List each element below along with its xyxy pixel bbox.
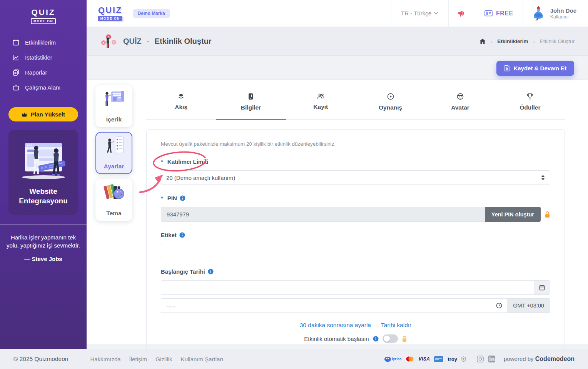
breadcrumb-item-current: Etkinlik Oluştur	[540, 38, 575, 44]
date-input[interactable]	[161, 280, 534, 295]
tab-label: Ödüller	[520, 104, 540, 111]
tab-label: Kayıt	[313, 103, 328, 110]
instagram-icon[interactable]	[477, 356, 484, 362]
pin-input: 9347979	[161, 207, 485, 222]
topbar-right: TR - Türkçe FREE	[391, 0, 588, 27]
troy-logo: troy	[448, 356, 457, 362]
megaphone-icon	[458, 10, 466, 17]
tema-illustration-wrap	[96, 180, 132, 206]
section-cards: İçerik	[95, 85, 132, 344]
time-input[interactable]: --:--	[161, 298, 507, 313]
pin-label: * PIN	[161, 195, 185, 201]
eco-badge-icon	[461, 356, 466, 362]
quiz-abc-illustration: A B C	[100, 33, 118, 49]
language-label: TR - Türkçe	[401, 10, 431, 17]
home-icon[interactable]	[479, 38, 486, 44]
topbar-logo-text: QUIZ	[98, 5, 122, 15]
auto-start-row: Etkinlik otomatik başlasın	[161, 334, 550, 343]
copyright: © 2025 Quizmodeon	[13, 356, 68, 362]
section-card-icerik[interactable]: İçerik	[95, 85, 132, 127]
settings-panel: İçerik	[87, 80, 588, 344]
quote-text: Harika işler yapmanın tek yolu, yaptığın…	[5, 234, 81, 249]
limit-note: Mevcut üyelik paketinizle maksimum 20 ki…	[161, 141, 550, 147]
sidebar-item-label: Etkinliklerim	[25, 39, 56, 46]
timezone-label: GMT +03:00	[507, 298, 550, 313]
website-integration-card[interactable]: Website Entegrasyonu	[8, 130, 78, 215]
footer-link-hakkimizda[interactable]: Hakkımızda	[90, 356, 120, 362]
user-menu[interactable]: John Doe Kullanıcı	[523, 0, 588, 27]
pin-lock-wrap	[545, 211, 550, 218]
generate-pin-button[interactable]: Yeni PIN oluştur	[485, 207, 541, 222]
crown-icon	[22, 112, 27, 117]
report-icon	[13, 69, 19, 76]
sidebar-item-calisma-alani[interactable]: Çalışma Alanı	[0, 80, 87, 95]
plan-badge[interactable]: FREE	[475, 0, 523, 27]
tab-oduller[interactable]: Ödüller	[495, 85, 565, 119]
tab-oynanis[interactable]: Oynanış	[356, 85, 425, 119]
social-icons	[477, 356, 495, 362]
footer-link-kullanim-sartlari[interactable]: Kullanım Şartları	[181, 356, 224, 362]
info-icon[interactable]	[208, 269, 214, 274]
page-title-group: A B C QUİZ - Etkinlik Oluştur	[100, 33, 212, 49]
section-card-ayarlar[interactable]: Ayarlar	[95, 132, 132, 174]
calendar-icon	[539, 284, 545, 291]
sidebar-item-etkinliklerim[interactable]: Etkinliklerim	[0, 35, 87, 50]
payment-methods: iyzico VISA troy	[384, 356, 466, 362]
content-illustration	[102, 88, 126, 109]
event-settings-form: Mevcut üyelik paketinizle maksimum 20 ki…	[146, 129, 565, 353]
tab-avatar[interactable]: Avatar	[425, 85, 495, 119]
lock-icon	[402, 336, 407, 342]
tab-bilgiler[interactable]: Bilgiler	[216, 85, 286, 119]
upgrade-plan-label: Plan Yükselt	[31, 111, 65, 118]
linkedin-icon[interactable]	[488, 356, 495, 362]
lock-icon	[545, 211, 550, 218]
sidebar-item-istatistikler[interactable]: İstatistikler	[0, 50, 87, 65]
language-selector[interactable]: TR - Türkçe	[391, 0, 448, 27]
info-icon[interactable]	[373, 336, 379, 342]
icerik-illustration-wrap	[96, 86, 132, 112]
powered-brand: Codemodeon	[535, 356, 575, 362]
sidebar-item-raporlar[interactable]: Raporlar	[0, 65, 87, 80]
time-placeholder: --:--	[166, 303, 175, 309]
start-date-label: Başlangıç Tarihi	[161, 268, 214, 275]
user-role: Kullanıcı	[550, 14, 576, 20]
section-card-label: İçerik	[96, 112, 132, 126]
save-continue-label: Kaydet & Devam Et	[513, 65, 566, 71]
section-card-label: Tema	[96, 206, 132, 220]
footer-links: Hakkımızda İletişim Gizlilik Kullanım Şa…	[90, 356, 223, 362]
content: Kaydet & Devam Et	[87, 56, 588, 349]
section-card-tema[interactable]: Tema	[95, 179, 132, 221]
card-icon	[434, 356, 443, 362]
announcements-button[interactable]	[448, 0, 475, 27]
info-icon[interactable]	[180, 195, 185, 201]
tag-input[interactable]	[161, 244, 550, 258]
topbar: QUIZ MODE ON Demo Marka TR - Türkçe FREE	[87, 0, 588, 27]
tab-akis[interactable]: Akış	[146, 85, 216, 119]
info-icon[interactable]	[179, 232, 185, 238]
workspace-icon	[13, 84, 19, 91]
breadcrumb-item-etkinliklerim[interactable]: Etkinliklerim	[497, 38, 528, 44]
tab-label: Akış	[175, 104, 187, 111]
footer-link-gizlilik[interactable]: Gizlilik	[155, 356, 172, 362]
main-area: QUIZ MODE ON Demo Marka TR - Türkçe FREE	[87, 0, 588, 349]
sidebar-menu: Etkinliklerim İstatistikler Raporlar Çal…	[0, 35, 87, 95]
avatar	[531, 6, 546, 21]
users-icon	[317, 93, 324, 99]
play-icon	[387, 93, 394, 100]
svg-text:A: A	[102, 42, 104, 44]
upgrade-plan-button[interactable]: Plan Yükselt	[8, 107, 78, 121]
participant-limit-label: * Katılımcı Limiti	[161, 158, 209, 165]
set-30min-link[interactable]: 30 dakika sonrasına ayarla	[300, 322, 371, 329]
save-continue-button[interactable]: Kaydet & Devam Et	[496, 61, 574, 76]
actions-row: Kaydet & Devam Et	[87, 56, 588, 80]
topbar-logo[interactable]: QUIZ MODE ON	[98, 5, 122, 21]
calendar-picker-button[interactable]	[534, 280, 550, 295]
info-device-icon	[248, 93, 253, 100]
id-card-icon	[484, 10, 493, 17]
auto-start-toggle[interactable]	[383, 334, 398, 343]
footer-link-iletisim[interactable]: İletişim	[129, 356, 147, 362]
participant-limit-select[interactable]: 20 (Demo amaçlı kullanım)	[161, 170, 550, 185]
remove-date-link[interactable]: Tarihi kaldır	[381, 322, 411, 329]
quote-author: — Steve Jobs	[5, 255, 81, 263]
tab-kayit[interactable]: Kayıt	[286, 85, 356, 119]
